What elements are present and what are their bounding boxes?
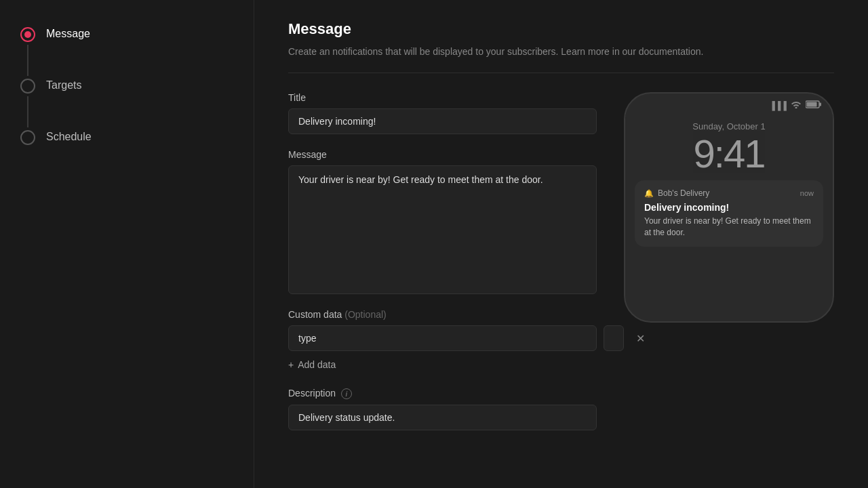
message-field-group: Message Your driver is near by! Get read… — [288, 149, 597, 294]
step-circle-targets — [20, 79, 35, 94]
notification-header: 🔔 Bob's Delivery now — [644, 188, 814, 198]
title-field-group: Title — [288, 92, 597, 134]
sidebar-item-label-targets: Targets — [46, 79, 81, 92]
message-textarea[interactable]: Your driver is near by! Get ready to mee… — [288, 165, 597, 294]
sidebar-item-label-schedule: Schedule — [46, 130, 92, 143]
message-label: Message — [288, 149, 597, 160]
notification-title: Delivery incoming! — [644, 202, 814, 213]
add-data-label: Add data — [298, 359, 336, 370]
description-info-icon: i — [341, 388, 352, 399]
phone-time: 9:41 — [635, 134, 823, 174]
plus-icon: + — [288, 359, 294, 370]
custom-data-key-input[interactable] — [288, 325, 597, 351]
title-input[interactable] — [288, 108, 597, 134]
custom-data-value-input[interactable] — [604, 325, 624, 351]
add-data-button[interactable]: + Add data — [288, 357, 597, 373]
form-area: Title Message Your driver is near by! Ge… — [288, 92, 597, 430]
signal-icon: ▐▐▐ — [769, 101, 787, 110]
page-title: Message — [288, 20, 834, 38]
divider — [288, 73, 834, 73]
battery-icon — [806, 100, 822, 110]
content-area: Title Message Your driver is near by! Ge… — [288, 92, 834, 430]
phone-status-bar: ▐▐▐ — [625, 94, 833, 115]
step-connector-targets — [20, 79, 35, 130]
phone-screen: Sunday, October 1 9:41 🔔 Bob's Delivery … — [625, 115, 833, 256]
notification-app-label: Bob's Delivery — [658, 188, 709, 198]
custom-data-row: ✕ — [288, 325, 597, 351]
title-label: Title — [288, 92, 597, 103]
description-field-group: Description i — [288, 388, 597, 430]
phone-preview: ▐▐▐ Sunday, Octo — [624, 92, 834, 430]
custom-data-field-group: Custom data (Optional) ✕ + Add data — [288, 309, 597, 373]
bell-icon: 🔔 — [644, 189, 654, 198]
sidebar-item-message[interactable]: Message — [20, 27, 233, 79]
description-input[interactable] — [288, 405, 597, 430]
svg-rect-1 — [819, 103, 821, 106]
step-circle-schedule — [20, 130, 35, 145]
sidebar-item-schedule[interactable]: Schedule — [20, 130, 233, 145]
description-label: Description i — [288, 388, 597, 399]
step-connector-message — [20, 27, 35, 79]
sidebar-item-targets[interactable]: Targets — [20, 79, 233, 130]
step-connector-schedule — [20, 130, 35, 145]
phone-date: Sunday, October 1 — [635, 121, 823, 131]
step-line-2 — [27, 96, 28, 127]
custom-data-label: Custom data (Optional) — [288, 309, 597, 320]
step-line-1 — [27, 45, 28, 76]
notification-app-name: 🔔 Bob's Delivery — [644, 188, 709, 198]
custom-data-optional: (Optional) — [344, 309, 386, 320]
phone-frame: ▐▐▐ Sunday, Octo — [624, 92, 834, 323]
main-content: Message Create an notifications that wil… — [254, 0, 868, 488]
sidebar-item-label-message: Message — [46, 27, 90, 40]
step-circle-message — [20, 27, 35, 42]
page-description: Create an notifications that will be dis… — [288, 45, 834, 59]
svg-rect-2 — [807, 102, 817, 107]
notification-body: Your driver is near by! Get ready to mee… — [644, 216, 814, 239]
sidebar: Message Targets Schedule — [0, 0, 254, 488]
notification-time: now — [800, 189, 814, 197]
wifi-icon — [791, 100, 802, 110]
notification-card: 🔔 Bob's Delivery now Delivery incoming! … — [635, 180, 823, 247]
